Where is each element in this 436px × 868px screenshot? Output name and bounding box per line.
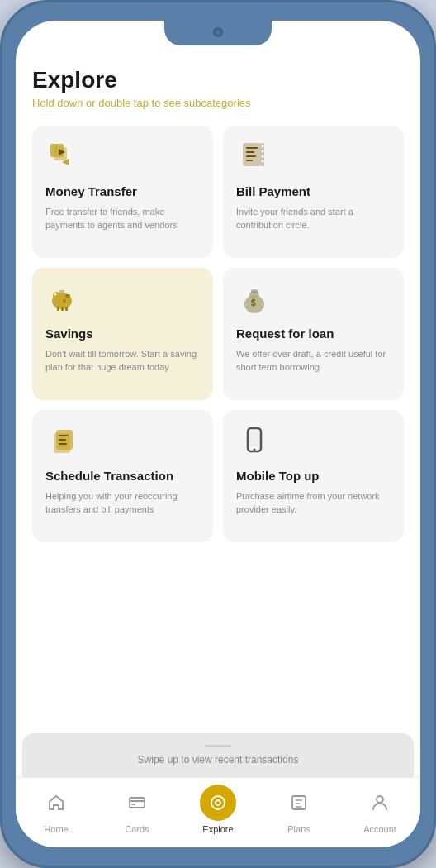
plans-icon-wrap — [281, 785, 317, 821]
card-mobile-topup[interactable]: Mobile Top up Purchase airtime from your… — [223, 410, 404, 542]
svg-rect-35 — [130, 798, 145, 808]
bill-payment-title: Bill Payment — [236, 184, 391, 200]
plans-icon — [290, 794, 308, 812]
svg-rect-7 — [246, 155, 256, 157]
savings-title: Savings — [45, 326, 200, 342]
money-transfer-icon — [45, 139, 82, 175]
explore-label: Explore — [202, 824, 233, 834]
screen-content: Explore Hold down or double tap to see s… — [16, 21, 420, 847]
card-money-transfer[interactable]: Money Transfer Free transfer to friends,… — [32, 126, 213, 258]
card-savings[interactable]: Savings Don't wait till tomorrow. Start … — [32, 268, 213, 400]
home-label: Home — [44, 824, 68, 834]
explore-icon — [209, 794, 227, 812]
explore-icon-wrap — [200, 785, 236, 821]
svg-point-13 — [262, 160, 264, 163]
svg-rect-31 — [59, 443, 67, 445]
svg-rect-6 — [246, 151, 254, 153]
cards-label: Cards — [125, 824, 149, 834]
nav-item-explore[interactable]: Explore — [178, 785, 258, 834]
plans-label: Plans — [287, 824, 310, 834]
swipe-hint: Swipe up to view recent transactions — [22, 733, 414, 777]
svg-rect-20 — [65, 307, 68, 311]
cards-icon-wrap — [119, 785, 155, 821]
savings-desc: Don't wait till tomorrow. Start a saving… — [45, 347, 200, 374]
page-subtitle: Hold down or double tap to see subcatego… — [32, 97, 404, 109]
camera — [213, 27, 223, 37]
svg-point-38 — [211, 796, 225, 809]
bottom-nav: Home Cards — [16, 777, 420, 847]
card-request-loan[interactable]: $ Request for loan We offer over draft, … — [223, 268, 404, 400]
request-loan-title: Request for loan — [236, 326, 391, 342]
phone-screen: Explore Hold down or double tap to see s… — [16, 21, 420, 847]
notch — [164, 21, 272, 45]
account-label: Account — [363, 824, 396, 834]
nav-item-cards[interactable]: Cards — [97, 785, 178, 834]
nav-item-plans[interactable]: Plans — [258, 785, 339, 834]
mobile-topup-icon — [236, 423, 272, 460]
svg-point-39 — [216, 800, 220, 805]
schedule-transaction-icon — [45, 423, 82, 460]
svg-point-44 — [377, 796, 383, 803]
schedule-transaction-desc: Helping you with your reoccuring transfe… — [45, 489, 200, 517]
svg-rect-18 — [59, 290, 64, 293]
svg-rect-37 — [131, 804, 135, 805]
svg-point-16 — [54, 293, 57, 296]
svg-rect-19 — [61, 307, 64, 311]
svg-point-34 — [254, 449, 256, 451]
bill-payment-desc: Invite your friends and start a contribu… — [236, 205, 391, 232]
phone-frame: Explore Hold down or double tap to see s… — [0, 0, 436, 868]
svg-point-12 — [262, 155, 264, 158]
main-content: Explore Hold down or double tap to see s… — [16, 47, 420, 725]
nav-item-home[interactable]: Home — [16, 785, 97, 834]
card-schedule-transaction[interactable]: Schedule Transaction Helping you with yo… — [32, 410, 213, 542]
bill-payment-icon — [236, 139, 272, 175]
home-icon-wrap — [38, 785, 74, 821]
money-transfer-desc: Free transfer to friends, make payments … — [45, 205, 200, 232]
account-icon — [371, 794, 389, 812]
mobile-topup-title: Mobile Top up — [236, 468, 391, 484]
nav-item-account[interactable]: Account — [339, 785, 420, 834]
card-bill-payment[interactable]: Bill Payment Invite your friends and sta… — [223, 126, 404, 258]
svg-rect-25 — [251, 289, 258, 293]
svg-rect-4 — [243, 143, 261, 166]
svg-rect-21 — [57, 307, 59, 311]
svg-rect-17 — [65, 294, 70, 298]
home-icon — [47, 794, 65, 812]
page-title: Explore — [32, 67, 404, 93]
svg-rect-33 — [249, 432, 259, 446]
mobile-topup-desc: Purchase airtime from your network provi… — [236, 489, 391, 517]
svg-rect-8 — [246, 160, 253, 161]
account-icon-wrap — [362, 785, 398, 821]
request-loan-icon: $ — [236, 281, 272, 317]
money-transfer-title: Money Transfer — [45, 184, 200, 200]
feature-grid: Money Transfer Free transfer to friends,… — [32, 126, 404, 542]
svg-rect-5 — [246, 147, 258, 149]
side-button-volume-down — [0, 217, 2, 267]
schedule-transaction-title: Schedule Transaction — [45, 468, 200, 484]
svg-point-15 — [53, 292, 61, 300]
svg-rect-30 — [59, 439, 66, 441]
svg-point-10 — [262, 145, 264, 148]
svg-point-11 — [262, 150, 264, 153]
savings-icon — [45, 281, 82, 317]
cards-icon — [128, 794, 146, 812]
request-loan-desc: We offer over draft, a credit useful for… — [236, 347, 391, 374]
side-button-volume-up — [0, 168, 2, 201]
svg-point-22 — [63, 299, 66, 303]
svg-rect-29 — [59, 435, 69, 436]
svg-text:$: $ — [251, 298, 256, 308]
